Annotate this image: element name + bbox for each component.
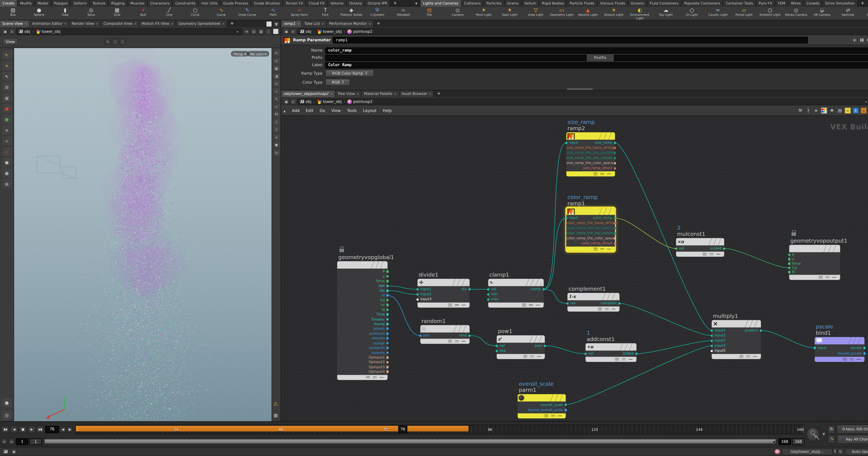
input-port-val[interactable] xyxy=(675,247,677,250)
input-port-min[interactable] xyxy=(487,293,490,296)
dark-tool-1[interactable]: ▪ xyxy=(2,126,11,134)
node-footer[interactable] xyxy=(518,413,566,418)
shelf-tab-fluid-containers[interactable]: Fluid Containers xyxy=(647,0,682,7)
list-icon[interactable]: ≡ xyxy=(813,107,819,113)
node-header[interactable]: ⚄ xyxy=(420,325,470,332)
scene-tab-geometry-spreadsheet[interactable]: Geometry Spreadsheet✕ xyxy=(176,20,227,27)
network-add-tab-button[interactable]: + xyxy=(434,90,443,97)
param-node-name-field[interactable]: ramp1 xyxy=(333,37,808,43)
set-key-button[interactable] xyxy=(806,427,820,442)
add-shelf-tab-button[interactable]: + xyxy=(391,0,400,7)
input-port-input[interactable] xyxy=(565,141,567,144)
node-flag-stripes[interactable] xyxy=(370,261,385,269)
shelf-tool-point-light[interactable]: ☀Point Light xyxy=(471,7,497,20)
param-tab-ramp1[interactable]: ramp1✕ xyxy=(281,20,302,27)
node-header[interactable]: ×n xyxy=(676,238,724,246)
shelf-tool-null[interactable]: +Null xyxy=(130,7,156,20)
add-shelf-tab-button-2[interactable]: + xyxy=(858,0,867,7)
shelf-tool-draw-curve[interactable]: ✎Draw Curve xyxy=(234,7,260,20)
output-port-size-ramp-the-key-values[interactable] xyxy=(614,157,616,159)
node-header[interactable] xyxy=(518,394,566,401)
record-tool[interactable]: ● xyxy=(2,104,11,113)
node-footer[interactable] xyxy=(789,275,840,280)
scene-add-tab-button[interactable]: + xyxy=(227,20,237,27)
ramp-type-dropdown[interactable]: RGB Color Ramp ▲▼ xyxy=(325,70,374,77)
dark-tool-2[interactable]: ▪ xyxy=(2,136,11,145)
snap-magnet-tool[interactable]: ∪ xyxy=(2,147,11,156)
input-port-input5[interactable] xyxy=(710,350,713,352)
scene-tab-motion-fx-view[interactable]: Motion FX View✕ xyxy=(140,20,176,27)
menu-add[interactable]: Add xyxy=(292,108,300,113)
postfix-field-input[interactable] xyxy=(614,55,868,61)
node-geometryvopglobal1[interactable]: geometryvopglobal1PvforceagelifeidCduvNT… xyxy=(337,261,388,380)
node-pow1[interactable]: pow1xyvalpowexp xyxy=(497,335,545,359)
output-port-product[interactable] xyxy=(760,329,762,332)
status-slate-icon[interactable] xyxy=(2,448,9,455)
tree-icon[interactable]: ├ xyxy=(805,107,811,113)
node-flag-stripes[interactable] xyxy=(525,279,541,286)
view-camera-tool[interactable]: ◎ xyxy=(2,411,11,420)
node-multiply1[interactable]: multiply1×input1productinput2input3input… xyxy=(712,320,761,359)
output-port-size-ramp-struct[interactable] xyxy=(614,167,616,169)
shelf-tool-circle[interactable]: ○Circle xyxy=(182,7,208,20)
path-segment-pointvop2[interactable]: pointvop2 xyxy=(347,99,373,104)
scoped-channels-icon[interactable]: ∿ xyxy=(828,434,835,443)
network-tab-material-palette[interactable]: Material Palette✕ xyxy=(362,90,399,97)
label-field-input[interactable]: Color Ramp xyxy=(325,62,868,68)
param-add-tab-button[interactable]: + xyxy=(374,20,383,27)
input-port-max[interactable] xyxy=(487,298,490,301)
input-port-val[interactable] xyxy=(584,352,587,355)
input-port-input4[interactable] xyxy=(710,345,713,347)
memory-usage-icon[interactable] xyxy=(774,449,780,454)
tools-icon[interactable]: ⚒ xyxy=(797,107,803,113)
shelf-tool-geometry-light[interactable]: ▭Geometry Light xyxy=(549,7,575,20)
shelf-tab-guide-brushes[interactable]: Guide Brushes xyxy=(251,0,283,7)
output-port-vtxnum[interactable] xyxy=(386,337,389,339)
close-tab-icon[interactable]: ✕ xyxy=(394,90,397,97)
shelf-tab-rigid-bodies[interactable]: Rigid Bodies xyxy=(539,0,567,7)
move-tool[interactable]: + xyxy=(2,61,11,70)
input-port-input[interactable] xyxy=(565,217,567,219)
output-port-frame[interactable] xyxy=(386,323,389,325)
output-port-color-ramp-the-color-space[interactable] xyxy=(614,237,616,240)
current-frame-field[interactable]: 76 xyxy=(45,425,59,433)
node-bind1[interactable]: pscalebind1inputpscalebound_pscale xyxy=(815,337,865,362)
path-segment-obj[interactable]: obj xyxy=(300,29,311,34)
shelf-tool-caustic-light[interactable]: ≈Caustic Light xyxy=(705,7,731,20)
node-flag-stripes[interactable] xyxy=(744,320,758,327)
node-geometryvopoutput1[interactable]: geometryvopoutput1PvforceCdN xyxy=(789,245,840,280)
status-record-icon[interactable]: ◉ xyxy=(11,448,17,455)
node-parm1[interactable]: overall_scaleparm1overall_scalebound_ove… xyxy=(518,394,566,418)
node-header[interactable] xyxy=(566,207,615,215)
close-tab-icon[interactable]: ✕ xyxy=(134,20,136,27)
output-port-life[interactable] xyxy=(386,289,389,292)
sphere-tool-1[interactable]: ● xyxy=(2,168,11,177)
presets-icon[interactable]: ✳ xyxy=(851,37,858,43)
output-port-v[interactable] xyxy=(386,275,389,278)
shelf-tool-platonic-solids[interactable]: ◆Platonic Solids xyxy=(338,7,364,20)
node-header[interactable]: xy xyxy=(497,335,545,343)
shelf-tab-polygon[interactable]: Polygon xyxy=(51,0,71,7)
menu-go[interactable]: Go xyxy=(319,108,325,113)
output-port-opinput1[interactable] xyxy=(386,356,389,359)
output-port-pscale[interactable] xyxy=(863,347,866,349)
path-segment-tower-obj[interactable]: tower_obj xyxy=(317,29,342,34)
shelf-tool-sphere[interactable]: ●Sphere xyxy=(26,7,52,20)
node-random1[interactable]: random1⚄posrand xyxy=(420,325,470,344)
key-all-channels-dropdown[interactable]: Key All Channels ▲▼ xyxy=(837,434,868,444)
shelf-tab-volume[interactable]: Volume xyxy=(328,0,347,7)
scene-geo-icon[interactable]: ▧ xyxy=(258,28,264,35)
path-segment-obj[interactable]: obj xyxy=(19,29,30,34)
node-flag-stripes[interactable] xyxy=(598,132,613,140)
param-tab-take-list[interactable]: Take List✕ xyxy=(302,20,327,27)
output-port-rand[interactable] xyxy=(468,334,471,337)
input-port-input[interactable] xyxy=(813,347,816,349)
output-port-opinput4[interactable] xyxy=(386,370,389,373)
shelf-tool-sky-light[interactable]: ☁Sky Light xyxy=(653,7,679,20)
shelf-tool-box[interactable]: ▧Box xyxy=(0,7,26,20)
shelf-tool-vr-camera[interactable]: ◒VR Camera xyxy=(809,7,835,20)
shelf-tab-wires[interactable]: Wires xyxy=(788,0,804,7)
shelf-tab-particles[interactable]: Particles xyxy=(484,0,504,7)
jump-to-start-button[interactable]: ▮◀ xyxy=(1,425,9,433)
shelf-tab-cloud-fx[interactable]: Cloud FX xyxy=(306,0,328,7)
